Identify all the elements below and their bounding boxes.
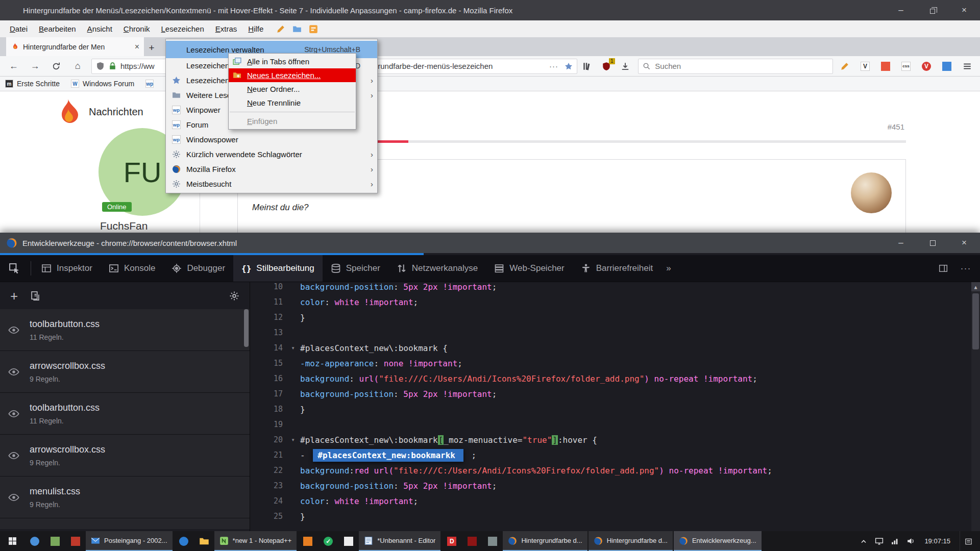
taskbar-editor-button[interactable]: *Unbenannt - Editor — [359, 531, 440, 551]
sidebar-scrollbar-thumb[interactable] — [244, 309, 249, 347]
post-number[interactable]: #451 — [888, 122, 904, 131]
bookmarks-menu-item-mozilla-firefox[interactable]: Mozilla Firefox› — [166, 162, 377, 177]
addon-blue-button[interactable] — [937, 58, 957, 75]
restore-button[interactable] — [917, 0, 948, 20]
bookmarks-menu-item-windowspower[interactable]: wpWindowspower — [166, 132, 377, 147]
sidebar-options-gear-icon[interactable] — [229, 291, 239, 301]
visibility-eye-icon[interactable] — [8, 324, 19, 336]
stylesheet-list-item-3[interactable]: arrowscrollbox.css9 Regeln. — [0, 435, 250, 477]
login-link[interactable]: Anmelden oder registrieren — [778, 91, 883, 92]
devtools-tab-konsole[interactable]: Konsole — [101, 255, 163, 282]
addon-orange-button[interactable] — [876, 58, 895, 75]
new-stylesheet-button[interactable]: + — [10, 291, 18, 301]
context-menu-item-einf-gen[interactable]: Einfügen — [229, 114, 356, 128]
minimize-button[interactable]: – — [885, 0, 917, 20]
site-logo-flame-icon[interactable] — [53, 98, 83, 131]
photos-app-icon[interactable] — [45, 531, 65, 551]
red-app-icon[interactable] — [65, 531, 86, 551]
green-check-icon[interactable]: ✓ — [318, 531, 338, 551]
bookmarks-toolbar-item-windows-forum[interactable]: WWindows Forum — [71, 80, 134, 88]
kitten-avatar[interactable] — [851, 172, 892, 213]
tab-close-icon[interactable]: × — [132, 42, 139, 52]
visibility-eye-icon[interactable] — [8, 492, 19, 503]
editor-scrollbar-thumb[interactable] — [972, 293, 979, 349]
visibility-eye-icon[interactable] — [8, 408, 19, 419]
blue-ball-icon[interactable] — [174, 531, 194, 551]
tray-monitor-icon[interactable] — [875, 537, 884, 545]
fold-arrow-icon[interactable]: ▾ — [286, 436, 300, 443]
devtools-tab-netzwerkanalyse[interactable]: Netzwerkanalyse — [388, 255, 486, 282]
file-explorer-icon[interactable] — [194, 531, 214, 551]
bookmarks-menu-item-k-rzlich-verwendete-schlagw-rter[interactable]: Kürzlich verwendete Schlagwörter› — [166, 147, 377, 162]
addon-v-button[interactable]: V — [855, 58, 875, 75]
editor-scrollbar[interactable]: ▲ — [971, 282, 980, 531]
context-menu-item-neues-lesezeichen[interactable]: Neues Lesezeichen... — [229, 68, 356, 82]
stylesheet-list-item-0[interactable]: toolbarbutton.css11 Regeln. — [0, 309, 250, 351]
addon-red-circle-button[interactable]: V — [917, 58, 936, 75]
autocomplete-popup[interactable]: #placesContext_new:bookmarkk — [313, 449, 463, 462]
import-stylesheet-button[interactable] — [30, 291, 40, 301]
search-input[interactable] — [654, 61, 828, 71]
devtools-tab-web-speicher[interactable]: Web-Speicher — [486, 255, 572, 282]
style-editor[interactable]: 10background-position: 5px 2px !importan… — [250, 282, 980, 531]
devtools-close-button[interactable]: × — [948, 233, 980, 253]
white-app-icon[interactable] — [338, 531, 359, 551]
page-actions-icon[interactable]: ··· — [549, 62, 558, 70]
new-tab-button[interactable]: + — [144, 39, 159, 56]
devtools-tab-inspektor[interactable]: Inspektor — [33, 255, 101, 282]
stylesheet-list-item-4[interactable]: menulist.css9 Regeln. — [0, 477, 250, 518]
taskbar-devtools-button[interactable]: Entwicklerwerkzeug... — [674, 531, 762, 551]
search-bar[interactable] — [638, 59, 833, 74]
scrollbar-up-icon[interactable]: ▲ — [971, 282, 980, 291]
orange-app-icon[interactable] — [298, 531, 318, 551]
taskbar-firefox-button-2[interactable]: Hintergrundfarbe d... — [589, 531, 673, 551]
menubar-item-ansicht[interactable]: Ansicht — [82, 20, 118, 37]
tray-network-icon[interactable] — [891, 537, 899, 545]
visibility-eye-icon[interactable] — [8, 450, 19, 461]
devtools-tab-debugger[interactable]: Debugger — [163, 255, 233, 282]
home-button[interactable]: ⌂ — [67, 58, 88, 75]
visibility-eye-icon[interactable] — [8, 366, 19, 378]
taskbar-mail-button[interactable]: Posteingang - 2002... — [86, 531, 173, 551]
context-menu-item-neuer-ordner[interactable]: Neuer Ordner... — [229, 82, 356, 96]
forward-button[interactable]: → — [24, 58, 46, 75]
d-app-icon[interactable]: D — [442, 531, 462, 551]
folder-icon[interactable] — [292, 24, 302, 34]
devtools-tab-speicher[interactable]: Speicher — [323, 255, 388, 282]
addon-css-button[interactable]: css — [896, 58, 916, 75]
stylesheet-list-item-2[interactable]: toolbarbutton.css11 Regeln. — [0, 393, 250, 435]
menubar-item-lesezeichen[interactable]: Lesezeichen — [156, 20, 210, 37]
devtools-minimize-button[interactable]: – — [885, 233, 917, 253]
addon-compose-button[interactable] — [835, 58, 854, 75]
library-button[interactable] — [577, 58, 597, 75]
gray-app-icon[interactable] — [482, 531, 503, 551]
start-button[interactable] — [0, 531, 24, 551]
ublock-button[interactable]: 1 — [597, 58, 616, 75]
devtools-tab-barrierefreiheit[interactable]: Barrierefreiheit — [573, 255, 662, 282]
tray-speaker-icon[interactable] — [906, 537, 915, 545]
more-tools-button[interactable]: » — [661, 255, 676, 282]
menu-button[interactable] — [958, 58, 977, 75]
browser-ball-icon[interactable] — [24, 531, 45, 551]
menubar-item-chronik[interactable]: Chronik — [118, 20, 156, 37]
taskbar-firefox-button-1[interactable]: Hintergrundfarbe d... — [503, 531, 587, 551]
darkred-app-icon[interactable] — [462, 531, 482, 551]
bookmarks-toolbar-item-erste-schritte[interactable]: mErste Schritte — [5, 80, 60, 88]
tray-chevron-up-icon[interactable] — [860, 537, 868, 545]
devtools-menu-button[interactable]: ··· — [955, 258, 976, 279]
messenger-icon[interactable] — [309, 24, 318, 34]
firefox-titlebar[interactable]: Hintergrundfarbe der Menüs/Lesezeichen/K… — [0, 0, 980, 20]
menubar-item-datei[interactable]: Datei — [4, 20, 33, 37]
menubar-item-hilfe[interactable]: Hilfe — [242, 20, 269, 37]
username-text[interactable]: FuchsFan — [100, 220, 148, 232]
stylesheet-list-item-partial[interactable] — [0, 518, 250, 529]
clock[interactable]: 19:07:15 — [922, 537, 952, 545]
nav-link-nachrichten[interactable]: Nachrichten — [89, 106, 143, 118]
taskbar-notepadpp-button[interactable]: *new 1 - Notepad++ — [214, 531, 297, 551]
menubar-item-bearbeiten[interactable]: Bearbeiten — [33, 20, 82, 37]
element-picker-button[interactable] — [0, 255, 29, 282]
split-panel-button[interactable] — [933, 258, 953, 279]
bookmark-star-icon[interactable] — [565, 62, 573, 70]
devtools-tab-stilbearbeitung[interactable]: {}Stilbearbeitung — [233, 255, 323, 282]
bookmarks-menu-item-meistbesucht[interactable]: Meistbesucht› — [166, 177, 377, 191]
